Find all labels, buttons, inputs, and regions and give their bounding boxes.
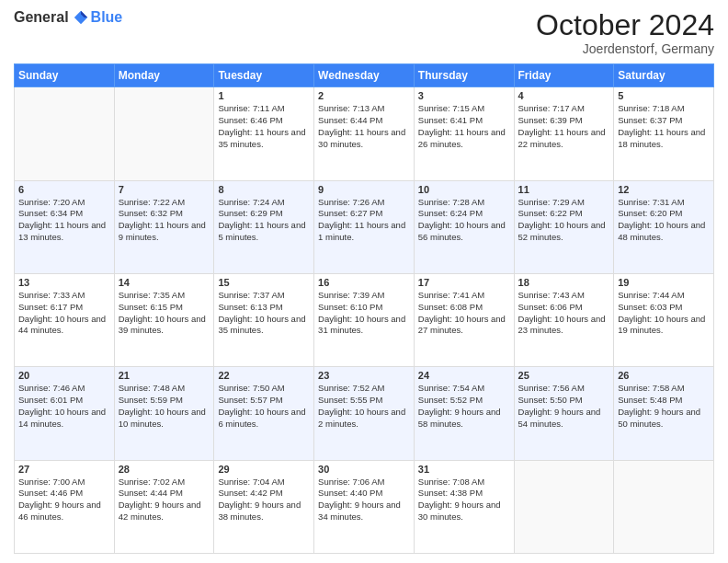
header: General Blue October 2024 Joerdenstorf, …: [14, 9, 714, 56]
day-number: 26: [618, 370, 710, 381]
day-number: 6: [18, 184, 110, 195]
day-number: 16: [318, 277, 410, 288]
day-number: 15: [218, 277, 310, 288]
calendar-cell: 14Sunrise: 7:35 AM Sunset: 6:15 PM Dayli…: [114, 273, 214, 366]
calendar-cell: 4Sunrise: 7:17 AM Sunset: 6:39 PM Daylig…: [514, 87, 614, 180]
day-detail: Sunrise: 7:18 AM Sunset: 6:37 PM Dayligh…: [618, 103, 710, 150]
week-row-1: 1Sunrise: 7:11 AM Sunset: 6:46 PM Daylig…: [15, 87, 714, 180]
day-number: 4: [518, 90, 610, 101]
calendar-cell: 28Sunrise: 7:02 AM Sunset: 4:44 PM Dayli…: [114, 460, 214, 553]
day-detail: Sunrise: 7:20 AM Sunset: 6:34 PM Dayligh…: [18, 197, 110, 244]
day-number: 8: [218, 184, 310, 195]
week-row-5: 27Sunrise: 7:00 AM Sunset: 4:46 PM Dayli…: [15, 460, 714, 553]
day-number: 7: [119, 184, 210, 195]
calendar-cell: 3Sunrise: 7:15 AM Sunset: 6:41 PM Daylig…: [414, 87, 514, 180]
day-number: 23: [318, 370, 410, 381]
day-detail: Sunrise: 7:56 AM Sunset: 5:50 PM Dayligh…: [518, 383, 610, 430]
weekday-header-row: SundayMondayTuesdayWednesdayThursdayFrid…: [15, 64, 714, 87]
day-number: 30: [318, 464, 410, 475]
day-number: 9: [318, 184, 410, 195]
day-number: 19: [618, 277, 710, 288]
day-detail: Sunrise: 7:28 AM Sunset: 6:24 PM Dayligh…: [418, 197, 510, 244]
calendar-cell: 29Sunrise: 7:04 AM Sunset: 4:42 PM Dayli…: [214, 460, 314, 553]
calendar-table: SundayMondayTuesdayWednesdayThursdayFrid…: [14, 63, 714, 554]
day-detail: Sunrise: 7:15 AM Sunset: 6:41 PM Dayligh…: [418, 103, 510, 150]
day-number: 27: [18, 464, 110, 475]
calendar-cell: 24Sunrise: 7:54 AM Sunset: 5:52 PM Dayli…: [414, 367, 514, 460]
logo: General Blue: [14, 9, 122, 26]
calendar-cell: [514, 460, 614, 553]
day-detail: Sunrise: 7:43 AM Sunset: 6:06 PM Dayligh…: [518, 290, 610, 337]
weekday-header-wednesday: Wednesday: [314, 64, 415, 87]
week-row-2: 6Sunrise: 7:20 AM Sunset: 6:34 PM Daylig…: [15, 180, 714, 273]
weekday-header-saturday: Saturday: [614, 64, 714, 87]
day-detail: Sunrise: 7:44 AM Sunset: 6:03 PM Dayligh…: [618, 290, 710, 337]
calendar-cell: 12Sunrise: 7:31 AM Sunset: 6:20 PM Dayli…: [614, 180, 714, 273]
calendar-cell: 15Sunrise: 7:37 AM Sunset: 6:13 PM Dayli…: [214, 273, 314, 366]
title-block: October 2024 Joerdenstorf, Germany: [536, 9, 714, 56]
logo-icon: [73, 9, 89, 26]
day-detail: Sunrise: 7:35 AM Sunset: 6:15 PM Dayligh…: [119, 290, 210, 337]
logo-general: General: [14, 9, 69, 26]
calendar-cell: [614, 460, 714, 553]
day-number: 1: [218, 90, 310, 101]
day-number: 5: [618, 90, 710, 101]
day-number: 31: [418, 464, 510, 475]
weekday-header-tuesday: Tuesday: [214, 64, 314, 87]
day-number: 22: [218, 370, 310, 381]
weekday-header-sunday: Sunday: [15, 64, 115, 87]
day-detail: Sunrise: 7:06 AM Sunset: 4:40 PM Dayligh…: [318, 477, 410, 523]
day-number: 10: [418, 184, 510, 195]
calendar-cell: [15, 87, 115, 180]
calendar-cell: 23Sunrise: 7:52 AM Sunset: 5:55 PM Dayli…: [314, 367, 415, 460]
day-detail: Sunrise: 7:41 AM Sunset: 6:08 PM Dayligh…: [418, 290, 510, 337]
day-detail: Sunrise: 7:11 AM Sunset: 6:46 PM Dayligh…: [218, 103, 310, 150]
day-detail: Sunrise: 7:50 AM Sunset: 5:57 PM Dayligh…: [218, 383, 310, 430]
day-detail: Sunrise: 7:26 AM Sunset: 6:27 PM Dayligh…: [318, 197, 410, 244]
day-detail: Sunrise: 7:54 AM Sunset: 5:52 PM Dayligh…: [418, 383, 510, 430]
day-detail: Sunrise: 7:39 AM Sunset: 6:10 PM Dayligh…: [318, 290, 410, 337]
calendar-cell: 1Sunrise: 7:11 AM Sunset: 6:46 PM Daylig…: [214, 87, 314, 180]
calendar-cell: 21Sunrise: 7:48 AM Sunset: 5:59 PM Dayli…: [114, 367, 214, 460]
calendar-cell: [114, 87, 214, 180]
calendar-cell: 26Sunrise: 7:58 AM Sunset: 5:48 PM Dayli…: [614, 367, 714, 460]
day-number: 3: [418, 90, 510, 101]
day-detail: Sunrise: 7:48 AM Sunset: 5:59 PM Dayligh…: [119, 383, 210, 430]
day-detail: Sunrise: 7:31 AM Sunset: 6:20 PM Dayligh…: [618, 197, 710, 244]
day-number: 25: [518, 370, 610, 381]
location: Joerdenstorf, Germany: [536, 41, 714, 56]
day-detail: Sunrise: 7:29 AM Sunset: 6:22 PM Dayligh…: [518, 197, 610, 244]
calendar-cell: 9Sunrise: 7:26 AM Sunset: 6:27 PM Daylig…: [314, 180, 415, 273]
page: General Blue October 2024 Joerdenstorf, …: [0, 0, 728, 563]
calendar-cell: 19Sunrise: 7:44 AM Sunset: 6:03 PM Dayli…: [614, 273, 714, 366]
day-detail: Sunrise: 7:52 AM Sunset: 5:55 PM Dayligh…: [318, 383, 410, 430]
calendar-cell: 8Sunrise: 7:24 AM Sunset: 6:29 PM Daylig…: [214, 180, 314, 273]
day-detail: Sunrise: 7:22 AM Sunset: 6:32 PM Dayligh…: [119, 197, 210, 244]
calendar-cell: 11Sunrise: 7:29 AM Sunset: 6:22 PM Dayli…: [514, 180, 614, 273]
weekday-header-monday: Monday: [114, 64, 214, 87]
month-title: October 2024: [536, 9, 714, 41]
weekday-header-thursday: Thursday: [414, 64, 514, 87]
day-detail: Sunrise: 7:24 AM Sunset: 6:29 PM Dayligh…: [218, 197, 310, 244]
day-detail: Sunrise: 7:13 AM Sunset: 6:44 PM Dayligh…: [318, 103, 410, 150]
calendar-cell: 6Sunrise: 7:20 AM Sunset: 6:34 PM Daylig…: [15, 180, 115, 273]
day-number: 28: [119, 464, 210, 475]
day-detail: Sunrise: 7:46 AM Sunset: 6:01 PM Dayligh…: [18, 383, 110, 430]
day-detail: Sunrise: 7:33 AM Sunset: 6:17 PM Dayligh…: [18, 290, 110, 337]
calendar-cell: 13Sunrise: 7:33 AM Sunset: 6:17 PM Dayli…: [15, 273, 115, 366]
day-detail: Sunrise: 7:58 AM Sunset: 5:48 PM Dayligh…: [618, 383, 710, 430]
day-detail: Sunrise: 7:00 AM Sunset: 4:46 PM Dayligh…: [18, 477, 110, 523]
calendar-cell: 18Sunrise: 7:43 AM Sunset: 6:06 PM Dayli…: [514, 273, 614, 366]
day-number: 17: [418, 277, 510, 288]
day-number: 21: [119, 370, 210, 381]
day-detail: Sunrise: 7:02 AM Sunset: 4:44 PM Dayligh…: [119, 477, 210, 523]
calendar-cell: 17Sunrise: 7:41 AM Sunset: 6:08 PM Dayli…: [414, 273, 514, 366]
week-row-4: 20Sunrise: 7:46 AM Sunset: 6:01 PM Dayli…: [15, 367, 714, 460]
day-detail: Sunrise: 7:04 AM Sunset: 4:42 PM Dayligh…: [218, 477, 310, 523]
day-number: 24: [418, 370, 510, 381]
day-number: 14: [119, 277, 210, 288]
calendar-cell: 22Sunrise: 7:50 AM Sunset: 5:57 PM Dayli…: [214, 367, 314, 460]
day-number: 2: [318, 90, 410, 101]
calendar-cell: 16Sunrise: 7:39 AM Sunset: 6:10 PM Dayli…: [314, 273, 415, 366]
logo-blue: Blue: [91, 9, 123, 26]
